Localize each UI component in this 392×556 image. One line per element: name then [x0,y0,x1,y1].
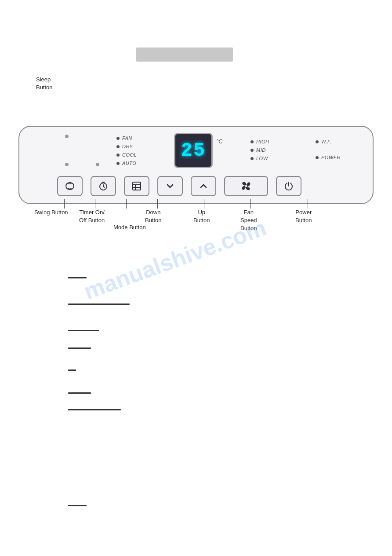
power-button[interactable] [276,176,301,196]
down-connector [157,199,158,208]
timer-connector [95,199,95,208]
swing-button[interactable] [57,176,83,196]
fan-high: HIGH [250,139,269,144]
high-dot [250,140,254,143]
power-label: POWER [321,155,341,160]
power-indicator: POWER [316,155,341,160]
high-label: HIGH [256,139,269,144]
down-button[interactable] [157,176,183,196]
mode-auto: AUTO [116,161,137,166]
bottom-text-line [68,505,87,506]
buttons-row [57,176,301,196]
mode-fan: FAN [116,135,137,141]
cool-dot [116,154,120,157]
text-line-2 [68,304,130,305]
temperature-value: 25 [181,139,206,161]
left-dot-2 [96,163,99,166]
mode-dry: DRY [116,144,137,149]
low-label: LOW [256,156,268,161]
low-dot [250,157,254,160]
mode-button-label: Mode Button [113,223,146,231]
wf-dot [316,140,319,143]
mid-dot [250,149,254,152]
sleep-line1: Sleep [36,76,51,83]
fan-button-label: FanSpeedButton [240,208,257,233]
mode-indicators: FAN DRY COOL AUTO [116,135,137,166]
power-connector [308,199,308,208]
left-dot-1 [65,163,69,166]
fan-speed-indicators: HIGH MID LOW [250,139,269,161]
mid-label: MID [256,147,266,153]
text-line-5 [68,369,76,371]
wf-label: W.F. [321,139,331,144]
fan-mid: MID [250,147,269,153]
text-line-7 [68,409,121,410]
up-button[interactable] [191,176,216,196]
dry-label: DRY [122,144,133,149]
sleep-line2: Button [36,84,53,91]
sleep-label: Sleep Button [36,76,53,91]
fan-speed-button[interactable] [224,176,268,196]
wf-indicator: W.F. [316,139,331,144]
cool-label: COOL [122,152,137,157]
up-button-label: UpButton [193,208,210,224]
text-line-3 [68,330,99,331]
celsius-label: °C [216,138,223,145]
mode-cool: COOL [116,152,137,157]
up-connector [204,199,204,208]
top-bar [136,48,233,62]
mode-button[interactable] [124,176,149,196]
text-line-6 [68,392,91,394]
temperature-display: 25 [174,133,213,168]
auto-label: AUTO [122,161,136,166]
mode-connector [126,199,127,208]
fan-low: LOW [250,156,269,161]
dry-dot [116,145,120,148]
timer-button[interactable] [91,176,116,196]
sleep-connector-line [60,89,60,128]
svg-point-5 [245,185,247,187]
svg-rect-1 [133,182,141,190]
text-line-1 [68,277,87,278]
swing-button-label: Swing Button [34,208,68,216]
fan-connector [250,199,251,208]
timer-button-label: Timer On/Off Button [79,208,105,224]
down-button-label: DownButton [145,208,162,224]
fan-label: FAN [122,135,132,141]
swing-connector [64,199,65,208]
text-line-4 [68,348,91,349]
fan-dot [116,137,120,140]
sleep-indicator-dot [65,135,69,138]
auto-dot [116,162,120,165]
power-dot [316,156,319,159]
power-button-label: PowerButton [295,208,312,224]
